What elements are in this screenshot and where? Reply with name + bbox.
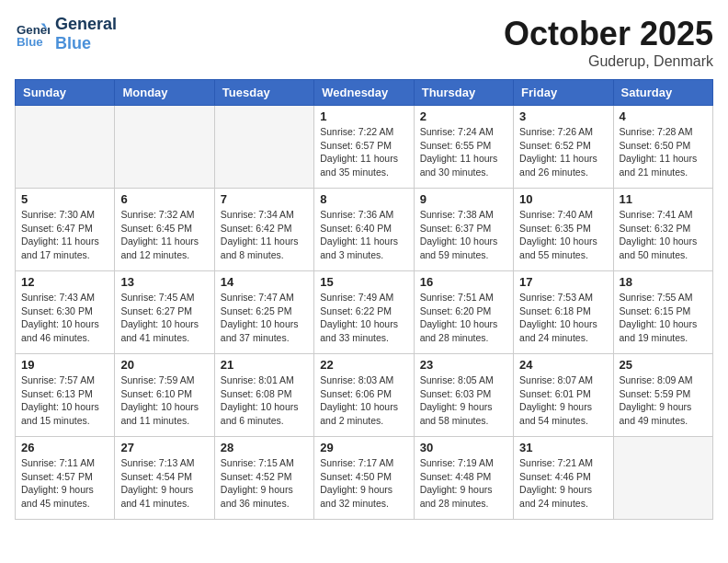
day-number: 3 [519,109,607,123]
day-cell: 3Sunrise: 7:26 AM Sunset: 6:52 PM Daylig… [514,106,613,189]
day-number: 10 [519,192,607,206]
calendar-table: SundayMondayTuesdayWednesdayThursdayFrid… [15,79,713,520]
day-cell: 30Sunrise: 7:19 AM Sunset: 4:48 PM Dayli… [414,437,513,520]
day-detail: Sunrise: 7:43 AM Sunset: 6:30 PM Dayligh… [21,291,108,345]
day-number: 13 [120,275,208,289]
day-cell: 11Sunrise: 7:41 AM Sunset: 6:32 PM Dayli… [613,189,712,271]
logo-blue: Blue [55,34,117,53]
day-cell: 7Sunrise: 7:34 AM Sunset: 6:42 PM Daylig… [214,189,313,271]
weekday-header: Sunday [16,80,115,106]
day-cell: 6Sunrise: 7:32 AM Sunset: 6:45 PM Daylig… [115,189,214,271]
location: Guderup, Denmark [504,53,713,70]
day-number: 23 [420,358,507,372]
day-detail: Sunrise: 7:17 AM Sunset: 4:50 PM Dayligh… [320,456,407,511]
day-cell: 14Sunrise: 7:47 AM Sunset: 6:25 PM Dayli… [214,271,313,354]
weekday-header: Thursday [414,80,513,106]
week-row: 12Sunrise: 7:43 AM Sunset: 6:30 PM Dayli… [16,271,713,354]
day-cell: 12Sunrise: 7:43 AM Sunset: 6:30 PM Dayli… [16,271,115,354]
day-detail: Sunrise: 7:26 AM Sunset: 6:52 PM Dayligh… [519,125,607,179]
day-cell: 24Sunrise: 8:07 AM Sunset: 6:01 PM Dayli… [514,354,613,437]
weekday-header: Wednesday [314,80,414,106]
logo: General Blue General Blue [15,15,117,52]
day-detail: Sunrise: 7:11 AM Sunset: 4:57 PM Dayligh… [21,456,108,511]
svg-text:Blue: Blue [17,35,43,49]
day-number: 27 [120,441,208,454]
day-number: 31 [519,441,607,454]
day-number: 30 [420,441,507,454]
weekday-header: Monday [115,80,214,106]
day-detail: Sunrise: 7:55 AM Sunset: 6:15 PM Dayligh… [620,291,707,345]
day-cell: 23Sunrise: 8:05 AM Sunset: 6:03 PM Dayli… [414,354,513,437]
day-cell [115,106,214,189]
day-cell: 18Sunrise: 7:55 AM Sunset: 6:15 PM Dayli… [613,271,712,354]
day-number: 8 [320,192,407,206]
day-detail: Sunrise: 7:57 AM Sunset: 6:13 PM Dayligh… [21,373,108,428]
day-number: 18 [620,275,707,289]
day-cell [613,437,712,520]
week-row: 5Sunrise: 7:30 AM Sunset: 6:47 PM Daylig… [16,189,713,271]
day-number: 25 [620,358,707,372]
day-detail: Sunrise: 8:07 AM Sunset: 6:01 PM Dayligh… [519,373,607,428]
week-row: 1Sunrise: 7:22 AM Sunset: 6:57 PM Daylig… [16,106,713,189]
day-cell: 27Sunrise: 7:13 AM Sunset: 4:54 PM Dayli… [115,437,214,520]
day-detail: Sunrise: 7:53 AM Sunset: 6:18 PM Dayligh… [519,291,607,345]
day-detail: Sunrise: 8:03 AM Sunset: 6:06 PM Dayligh… [320,373,407,428]
day-detail: Sunrise: 7:47 AM Sunset: 6:25 PM Dayligh… [221,291,308,345]
day-number: 22 [320,358,407,372]
day-detail: Sunrise: 8:05 AM Sunset: 6:03 PM Dayligh… [420,373,507,428]
day-cell: 1Sunrise: 7:22 AM Sunset: 6:57 PM Daylig… [314,106,414,189]
day-cell [214,106,313,189]
day-cell: 10Sunrise: 7:40 AM Sunset: 6:35 PM Dayli… [514,189,613,271]
day-number: 5 [21,192,108,206]
day-cell: 29Sunrise: 7:17 AM Sunset: 4:50 PM Dayli… [314,437,414,520]
day-number: 9 [420,192,507,206]
day-number: 12 [21,275,108,289]
title-area: October 2025 Guderup, Denmark [504,15,713,70]
day-detail: Sunrise: 7:59 AM Sunset: 6:10 PM Dayligh… [120,373,208,428]
day-cell: 17Sunrise: 7:53 AM Sunset: 6:18 PM Dayli… [514,271,613,354]
day-detail: Sunrise: 7:21 AM Sunset: 4:46 PM Dayligh… [519,456,607,511]
page-header: General Blue General Blue October 2025 G… [15,15,713,70]
day-cell: 22Sunrise: 8:03 AM Sunset: 6:06 PM Dayli… [314,354,414,437]
day-cell: 8Sunrise: 7:36 AM Sunset: 6:40 PM Daylig… [314,189,414,271]
day-number: 6 [120,192,208,206]
day-detail: Sunrise: 7:13 AM Sunset: 4:54 PM Dayligh… [120,456,208,511]
day-cell [16,106,115,189]
logo-icon: General Blue [15,17,50,52]
day-cell: 26Sunrise: 7:11 AM Sunset: 4:57 PM Dayli… [16,437,115,520]
day-number: 20 [120,358,208,372]
day-cell: 13Sunrise: 7:45 AM Sunset: 6:27 PM Dayli… [115,271,214,354]
day-number: 29 [320,441,407,454]
day-cell: 2Sunrise: 7:24 AM Sunset: 6:55 PM Daylig… [414,106,513,189]
day-detail: Sunrise: 7:36 AM Sunset: 6:40 PM Dayligh… [320,208,407,262]
day-number: 15 [320,275,407,289]
day-number: 17 [519,275,607,289]
day-number: 4 [620,109,707,123]
day-number: 7 [221,192,308,206]
day-detail: Sunrise: 7:34 AM Sunset: 6:42 PM Dayligh… [221,208,308,262]
day-cell: 21Sunrise: 8:01 AM Sunset: 6:08 PM Dayli… [214,354,313,437]
day-cell: 9Sunrise: 7:38 AM Sunset: 6:37 PM Daylig… [414,189,513,271]
day-number: 16 [420,275,507,289]
day-cell: 19Sunrise: 7:57 AM Sunset: 6:13 PM Dayli… [16,354,115,437]
day-number: 11 [620,192,707,206]
day-detail: Sunrise: 7:40 AM Sunset: 6:35 PM Dayligh… [519,208,607,262]
day-detail: Sunrise: 7:38 AM Sunset: 6:37 PM Dayligh… [420,208,507,262]
weekday-header: Tuesday [214,80,313,106]
week-row: 19Sunrise: 7:57 AM Sunset: 6:13 PM Dayli… [16,354,713,437]
day-detail: Sunrise: 8:01 AM Sunset: 6:08 PM Dayligh… [221,373,308,428]
day-detail: Sunrise: 7:51 AM Sunset: 6:20 PM Dayligh… [420,291,507,345]
logo-general: General [55,15,117,34]
day-detail: Sunrise: 7:32 AM Sunset: 6:45 PM Dayligh… [120,208,208,262]
day-cell: 4Sunrise: 7:28 AM Sunset: 6:50 PM Daylig… [613,106,712,189]
day-number: 14 [221,275,308,289]
day-number: 28 [221,441,308,454]
day-detail: Sunrise: 7:24 AM Sunset: 6:55 PM Dayligh… [420,125,507,179]
weekday-header: Saturday [613,80,712,106]
month-title: October 2025 [504,15,713,53]
day-cell: 15Sunrise: 7:49 AM Sunset: 6:22 PM Dayli… [314,271,414,354]
day-number: 21 [221,358,308,372]
day-detail: Sunrise: 7:49 AM Sunset: 6:22 PM Dayligh… [320,291,407,345]
day-cell: 31Sunrise: 7:21 AM Sunset: 4:46 PM Dayli… [514,437,613,520]
day-detail: Sunrise: 7:45 AM Sunset: 6:27 PM Dayligh… [120,291,208,345]
